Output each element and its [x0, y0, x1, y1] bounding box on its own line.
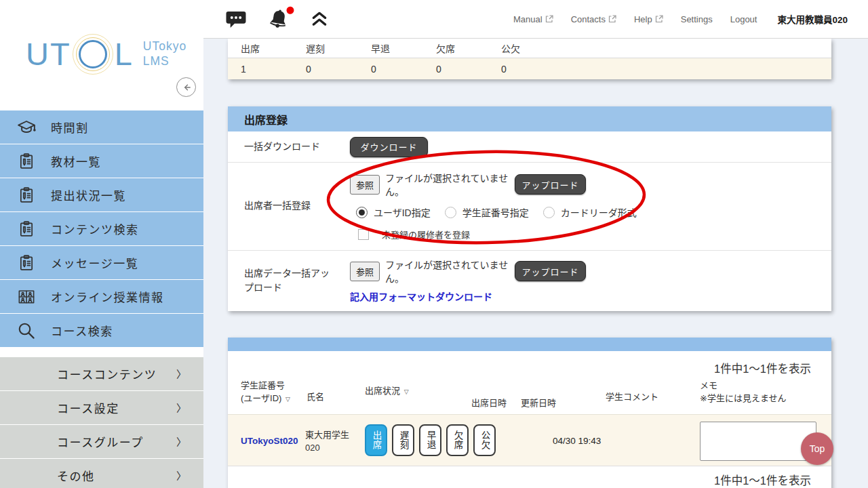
help-link[interactable]: Help — [634, 14, 663, 24]
summary-col-excused: 公欠 — [501, 41, 566, 55]
logo-area: UT L UTokyo LMS — [0, 0, 203, 110]
file-status-text: ファイルが選択されていません。 — [385, 171, 511, 198]
attendance-summary-table: 出席 遅刻 早退 欠席 公欠 1 0 0 0 0 — [228, 39, 831, 79]
attendance-register-section: 出席登録 一括ダウンロード ダウンロード 出席者一括登録 参照 ファイルが選択さ… — [228, 106, 831, 311]
memo-input[interactable] — [700, 422, 816, 461]
magnifier-icon — [16, 320, 37, 342]
logo-o-ring — [79, 40, 107, 68]
logo-subtitle: UTokyo LMS — [143, 39, 186, 69]
main-content: 出席 遅刻 早退 欠席 公欠 1 0 0 0 0 出席登録 一括ダウンロード ダ… — [203, 39, 868, 488]
status-button-early-leave[interactable]: 早退 — [419, 424, 441, 456]
radio-student-number[interactable] — [445, 207, 456, 218]
status-button-excused[interactable]: 公欠 — [473, 424, 496, 456]
back-to-top-button[interactable]: Top — [801, 432, 833, 465]
contacts-link[interactable]: Contacts — [571, 14, 616, 24]
summary-val-late: 0 — [306, 64, 371, 75]
browse-button[interactable]: 参照 — [350, 262, 380, 281]
bell-icon[interactable] — [265, 5, 292, 32]
sidebar-collapse-button[interactable] — [176, 77, 196, 97]
external-link-icon — [545, 15, 553, 23]
chevron-right-icon: 〉 — [176, 468, 186, 483]
attendee-bulk-register-row: 出席者一括登録 参照 ファイルが選択されていません。 アップロード ユーザID指… — [228, 163, 831, 251]
column-header-student-id[interactable]: 学生証番号 (ユーザID) ▽ — [241, 380, 290, 405]
sidebar-item-course-group[interactable]: コースグループ 〉 — [0, 425, 203, 458]
sidebar-item-submission-status[interactable]: 提出状況一覧 — [0, 178, 203, 211]
summary-val-absent: 0 — [436, 64, 501, 75]
attendance-data-upload-controls: 参照 ファイルが選択されていません。 アップロード 記入用フォーマットダウンロー… — [350, 258, 586, 303]
browse-button[interactable]: 参照 — [350, 175, 380, 195]
sidebar-item-course-settings[interactable]: コース設定 〉 — [0, 391, 203, 424]
table-row: UTokyoSt020 東大用学生020 出席 遅刻 早退 欠席 公欠 04/3… — [228, 414, 831, 466]
double-chevron-up-icon[interactable] — [311, 11, 328, 27]
utol-logo: UT L UTokyo LMS — [26, 35, 186, 73]
summary-value-row: 1 0 0 0 0 — [228, 58, 831, 79]
logo-text-left: UT — [26, 35, 71, 73]
upload-button[interactable]: アップロード — [515, 261, 586, 281]
result-count-top: 1件中1〜1件を表示 — [714, 360, 811, 376]
attendee-bulk-label: 出席者一括登録 — [228, 199, 350, 212]
id-type-radio-group: ユーザID指定 学生証番号指定 カードリーダ形式 — [356, 205, 651, 219]
column-header-update-time: 更新日時 — [521, 397, 556, 410]
topbar: Manual Contacts Help Settings Logout 東大用… — [203, 0, 868, 39]
status-button-absent[interactable]: 欠席 — [446, 424, 469, 456]
attendee-bulk-controls: 参照 ファイルが選択されていません。 アップロード ユーザID指定 学生証番号指… — [350, 171, 651, 241]
sidebar-item-course-contents[interactable]: コースコンテンツ 〉 — [0, 357, 203, 390]
current-user-name: 東大用教職員020 — [777, 12, 848, 26]
sidebar-course-menu: コースコンテンツ 〉 コース設定 〉 コースグループ 〉 その他 〉 — [0, 357, 203, 488]
topbar-links: Manual Contacts Help Settings Logout 東大用… — [513, 12, 848, 26]
sidebar-item-course-search[interactable]: コース検索 — [0, 314, 203, 347]
external-link-icon — [608, 15, 616, 23]
register-unregistered-checkbox[interactable] — [358, 229, 369, 240]
logout-link[interactable]: Logout — [730, 14, 757, 24]
sidebar-item-others[interactable]: その他 〉 — [0, 459, 203, 488]
topbar-icons — [225, 7, 328, 30]
manual-link[interactable]: Manual — [513, 14, 553, 24]
sidebar-item-timetable[interactable]: 時間割 — [0, 110, 203, 144]
format-download-link[interactable]: 記入用フォーマットダウンロード — [350, 289, 492, 303]
summary-col-absent: 欠席 — [436, 41, 501, 55]
register-unregistered-row: 未登録の履修者を登録 — [358, 228, 651, 241]
sidebar-item-content-search[interactable]: コンテンツ検索 — [0, 212, 203, 245]
upload-button[interactable]: アップロード — [515, 174, 586, 195]
status-button-late[interactable]: 遅刻 — [392, 424, 414, 456]
sidebar-item-label: オンライン授業情報 — [51, 288, 164, 305]
bulk-download-label: 一括ダウンロード — [228, 140, 350, 153]
sidebar-item-label: メッセージ一覧 — [51, 254, 138, 271]
update-time-value: 04/30 19:43 — [553, 436, 601, 446]
sidebar-item-materials[interactable]: 教材一覧 — [0, 144, 203, 178]
chevron-right-icon: 〉 — [176, 401, 186, 415]
sidebar-item-label: 時間割 — [51, 119, 89, 136]
sidebar-menu: 時間割 教材一覧 提出状況一覧 — [0, 110, 203, 347]
attendance-data-upload-label: 出席データ一括アップロード — [228, 266, 350, 294]
sidebar-item-label: 教材一覧 — [51, 152, 101, 169]
download-button[interactable]: ダウンロード — [350, 137, 428, 157]
people-grid-icon — [16, 286, 37, 308]
summary-val-present: 1 — [241, 64, 306, 75]
clipboard-icon — [16, 218, 37, 240]
sort-icon: ▽ — [404, 388, 409, 395]
clipboard-icon — [16, 252, 37, 274]
column-header-status[interactable]: 出席状況 ▽ — [365, 385, 409, 398]
sidebar-item-messages[interactable]: メッセージ一覧 — [0, 246, 203, 279]
chat-bubble-icon[interactable] — [225, 9, 247, 29]
table-section-bar — [228, 338, 831, 351]
summary-col-late: 遅刻 — [306, 41, 371, 55]
bulk-download-row: 一括ダウンロード ダウンロード — [228, 131, 831, 163]
sidebar-item-label: コース検索 — [51, 322, 113, 339]
page: { "logo": { "text_left": "UT", "text_rig… — [0, 0, 868, 488]
result-count-bottom: 1件中1〜1件を表示 — [714, 472, 811, 488]
sidebar-item-online-class-info[interactable]: オンライン授業情報 — [0, 280, 203, 313]
status-button-present[interactable]: 出席 — [365, 424, 387, 456]
column-header-student-comment: 学生コメント — [606, 391, 658, 404]
arrow-left-icon — [180, 81, 193, 94]
summary-col-present: 出席 — [241, 41, 306, 55]
student-id-link[interactable]: UTokyoSt020 — [241, 436, 298, 446]
summary-val-excused: 0 — [501, 64, 566, 75]
sort-icon: ▽ — [285, 396, 290, 403]
settings-link[interactable]: Settings — [681, 14, 713, 24]
radio-card-reader[interactable] — [543, 207, 555, 218]
summary-header-row: 出席 遅刻 早退 欠席 公欠 — [228, 39, 831, 58]
logo-letters: UT L — [26, 35, 134, 73]
sidebar-item-label: コンテンツ検索 — [51, 220, 139, 237]
radio-user-id[interactable] — [356, 207, 368, 218]
